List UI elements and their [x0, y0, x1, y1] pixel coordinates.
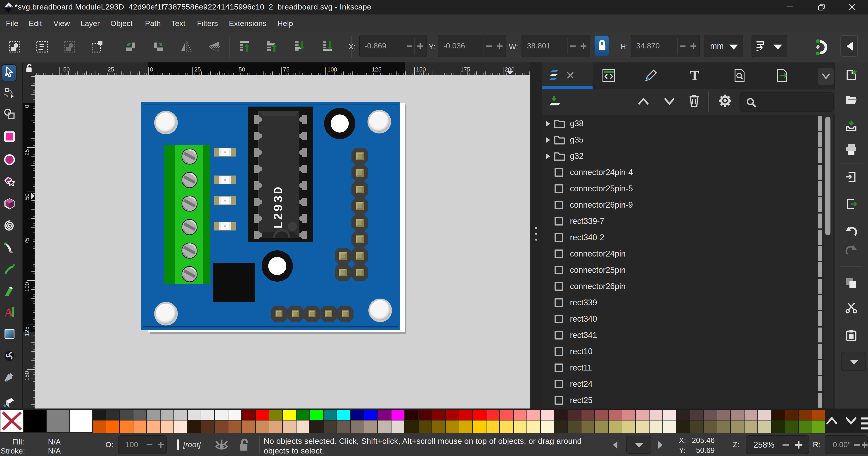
svg-text:A: A — [4, 306, 13, 319]
